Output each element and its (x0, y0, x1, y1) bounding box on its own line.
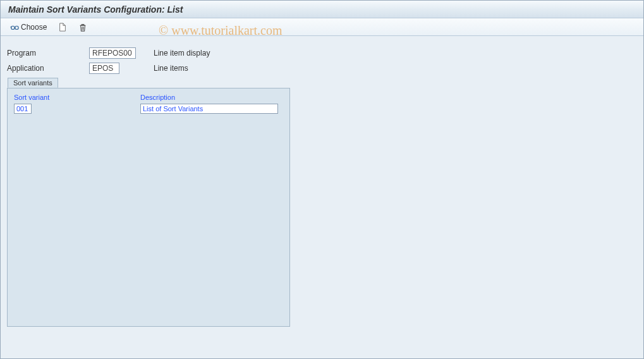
program-field[interactable] (89, 47, 136, 59)
table-row (14, 104, 283, 114)
application-label: Application (7, 64, 89, 73)
toolbar: Choose (1, 18, 643, 36)
page-icon (58, 23, 67, 32)
svg-point-1 (15, 26, 18, 29)
delete-button[interactable] (75, 21, 90, 33)
header-bar: Maintain Sort Variants Configuration: Li… (1, 1, 643, 18)
new-button[interactable] (55, 21, 70, 33)
col-header-variant: Sort variant (14, 94, 140, 101)
glasses-icon (10, 23, 19, 32)
page-title: Maintain Sort Variants Configuration: Li… (8, 4, 183, 15)
trash-icon (78, 23, 87, 32)
application-field[interactable] (89, 63, 119, 74)
choose-button-label: Choose (21, 23, 47, 32)
application-row: Application Line items (7, 63, 637, 74)
program-desc: Line item display (154, 49, 210, 58)
panel-title: Sort variants (8, 78, 58, 88)
col-header-description: Description (140, 94, 283, 101)
content-area: Program Line item display Application Li… (1, 36, 643, 358)
application-desc: Line items (154, 64, 188, 73)
choose-button[interactable]: Choose (7, 21, 50, 33)
variant-cell[interactable] (14, 104, 32, 114)
program-label: Program (7, 49, 89, 58)
panel-body: Sort variant Description (8, 88, 289, 119)
table-header-row: Sort variant Description (14, 94, 283, 101)
program-row: Program Line item display (7, 47, 637, 59)
description-cell[interactable] (140, 104, 278, 114)
svg-point-0 (11, 26, 15, 29)
sort-variants-panel: Sort variants Sort variant Description (7, 88, 290, 327)
